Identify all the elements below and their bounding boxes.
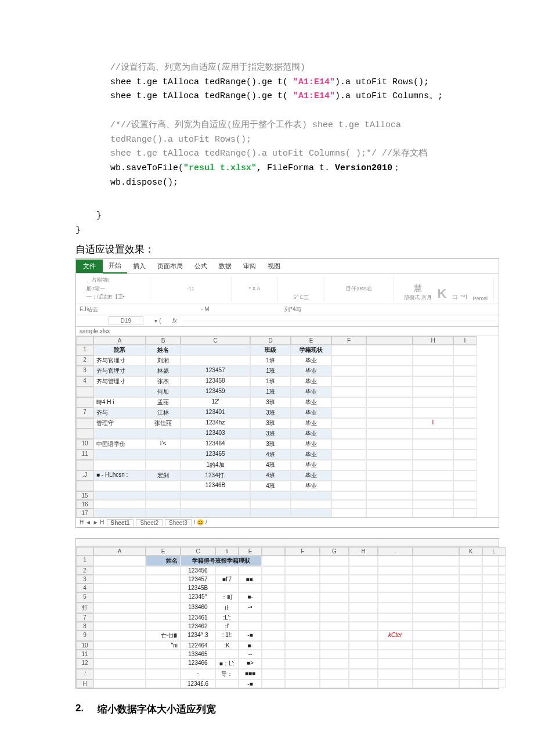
row-header[interactable] xyxy=(76,429,93,439)
font-size[interactable]: -11 xyxy=(187,286,194,291)
cell[interactable] xyxy=(453,460,477,470)
cell[interactable]: 123462 xyxy=(181,622,215,631)
cell[interactable] xyxy=(366,460,413,470)
cell[interactable] xyxy=(262,641,285,650)
cell[interactable] xyxy=(459,631,482,641)
col-header[interactable]: A xyxy=(93,336,146,345)
cell[interactable] xyxy=(331,439,366,449)
cell[interactable] xyxy=(93,650,146,658)
row-header[interactable] xyxy=(76,418,93,429)
cell[interactable] xyxy=(366,376,413,387)
cell[interactable] xyxy=(413,669,459,679)
cell[interactable] xyxy=(250,491,291,500)
cell[interactable] xyxy=(482,650,506,658)
cell[interactable] xyxy=(349,575,378,584)
cell[interactable] xyxy=(331,376,366,387)
cell[interactable] xyxy=(366,387,413,397)
cell[interactable] xyxy=(453,481,477,491)
cell[interactable] xyxy=(378,592,413,603)
cell[interactable]: 4班 xyxy=(250,449,291,460)
cell[interactable] xyxy=(366,439,413,449)
col-header[interactable]: . xyxy=(378,547,413,556)
cell[interactable] xyxy=(349,679,378,688)
row-header[interactable]: 打 xyxy=(76,603,93,613)
cell[interactable] xyxy=(453,509,477,517)
cell[interactable]: "ni xyxy=(146,641,181,650)
cell[interactable] xyxy=(378,556,413,566)
cell[interactable] xyxy=(482,603,506,613)
cell[interactable]: 林勰 xyxy=(146,366,181,376)
cell[interactable] xyxy=(378,584,413,592)
cell[interactable] xyxy=(320,556,349,566)
cell[interactable]: 导： xyxy=(215,669,239,679)
cell[interactable] xyxy=(285,603,320,613)
cell[interactable]: 亡七iⅢ xyxy=(146,631,181,641)
cell[interactable] xyxy=(93,509,146,517)
workbook-tab[interactable]: sample.xlsx xyxy=(76,327,499,336)
cell[interactable] xyxy=(459,575,482,584)
cell[interactable]: -■ xyxy=(239,679,262,688)
cell[interactable]: 123459 xyxy=(181,387,250,397)
cell[interactable]: kCter xyxy=(378,631,413,641)
col-header[interactable]: K xyxy=(459,547,482,556)
row-header[interactable] xyxy=(76,387,93,397)
cell[interactable]: 班级 xyxy=(250,345,291,355)
cell[interactable] xyxy=(366,397,413,408)
cell[interactable] xyxy=(262,603,285,613)
cell[interactable]: 1234hz xyxy=(181,418,250,429)
tab-formula[interactable]: 公式 xyxy=(189,260,213,273)
cell[interactable] xyxy=(349,613,378,622)
cell[interactable] xyxy=(331,491,366,500)
spreadsheet-grid-1[interactable]: ABCDEFHI1院系姓名班级学籍现状2齐与官埋寸刘湘1班毕业3齐与官埋寸林勰1… xyxy=(76,336,499,517)
cell[interactable]: 3班 xyxy=(250,429,291,439)
cell[interactable]: -- xyxy=(239,650,262,658)
cell[interactable] xyxy=(349,584,378,592)
row-header[interactable]: 7 xyxy=(76,613,93,622)
cell[interactable] xyxy=(453,355,477,366)
cell[interactable] xyxy=(482,669,506,679)
row-header[interactable] xyxy=(76,397,93,408)
cell[interactable]: 123401 xyxy=(181,408,250,418)
cell[interactable] xyxy=(378,658,413,669)
cell[interactable] xyxy=(146,658,181,669)
col-header[interactable] xyxy=(413,547,459,556)
cell[interactable] xyxy=(378,575,413,584)
row-header[interactable]: 11 xyxy=(76,650,93,658)
cell[interactable] xyxy=(482,566,506,575)
cell[interactable] xyxy=(366,418,413,429)
cell[interactable]: 宏刹 xyxy=(146,470,181,481)
cell[interactable] xyxy=(331,470,366,481)
cell[interactable]: 齐与管理寸 xyxy=(93,376,146,387)
cell[interactable] xyxy=(459,613,482,622)
tab-data[interactable]: 数据 xyxy=(213,260,237,273)
cell[interactable] xyxy=(215,679,239,688)
cell[interactable] xyxy=(250,509,291,517)
cell[interactable] xyxy=(413,679,459,688)
cell[interactable] xyxy=(285,622,320,631)
cell[interactable]: ：町 xyxy=(215,592,239,603)
cell[interactable]: 4班 xyxy=(250,470,291,481)
cell[interactable] xyxy=(459,650,482,658)
cell[interactable] xyxy=(413,366,453,376)
cell[interactable]: ■：L': xyxy=(215,658,239,669)
cell[interactable]: 姓名 xyxy=(146,556,181,566)
cell[interactable] xyxy=(146,584,181,592)
cell[interactable] xyxy=(413,631,459,641)
cell[interactable] xyxy=(285,631,320,641)
cell[interactable] xyxy=(413,387,453,397)
cell[interactable] xyxy=(413,556,459,566)
row-header[interactable]: 7 xyxy=(76,408,93,418)
row-header[interactable]: 10 xyxy=(76,439,93,449)
cell[interactable] xyxy=(453,449,477,460)
cell[interactable] xyxy=(453,376,477,387)
cell[interactable] xyxy=(453,500,477,509)
cell[interactable] xyxy=(93,603,146,613)
cell[interactable] xyxy=(320,658,349,669)
cell[interactable] xyxy=(146,575,181,584)
cell[interactable] xyxy=(349,566,378,575)
cell[interactable] xyxy=(93,481,146,491)
cell[interactable]: ■ - HLhcsn : xyxy=(93,470,146,481)
cell[interactable] xyxy=(366,449,413,460)
cell[interactable]: 1班 xyxy=(250,355,291,366)
row-header[interactable] xyxy=(76,460,93,470)
